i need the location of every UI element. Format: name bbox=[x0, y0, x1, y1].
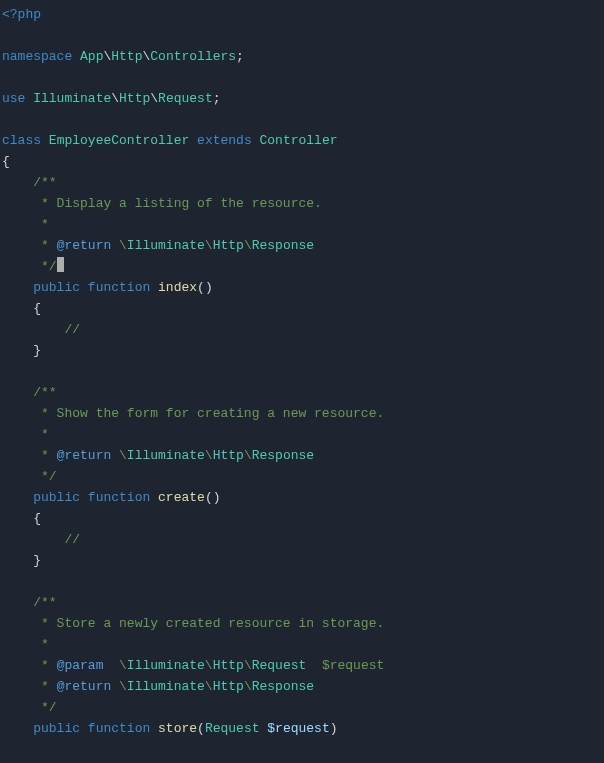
space bbox=[41, 133, 49, 148]
ns-sep: \ bbox=[205, 238, 213, 253]
doc-ns-0: Illuminate bbox=[127, 448, 205, 463]
fn-name-store: store bbox=[158, 721, 197, 736]
ns-sep: \ bbox=[205, 658, 213, 673]
ns-sep: \ bbox=[244, 679, 252, 694]
docblock-open: /** bbox=[33, 385, 56, 400]
paren-close: ) bbox=[330, 721, 338, 736]
docblock-line: * bbox=[33, 637, 49, 652]
doc-ns-1: Http bbox=[213, 238, 244, 253]
doc-param-var: $request bbox=[306, 658, 384, 673]
kw-class: class bbox=[2, 133, 41, 148]
doc-ns-0: Illuminate bbox=[127, 238, 205, 253]
docblock-open: /** bbox=[33, 175, 56, 190]
docblock-line: * Store a newly created resource in stor… bbox=[33, 616, 384, 631]
docblock-star: * bbox=[33, 679, 56, 694]
space bbox=[150, 721, 158, 736]
doc-annotation: @param bbox=[57, 658, 104, 673]
space bbox=[72, 49, 80, 64]
line-comment: // bbox=[64, 322, 80, 337]
doc-annotation: @return bbox=[57, 238, 112, 253]
fn-parens: () bbox=[205, 490, 221, 505]
code-editor[interactable]: <?php namespace App\Http\Controllers; us… bbox=[0, 0, 604, 739]
text-cursor bbox=[57, 257, 64, 272]
docblock-line: * bbox=[33, 217, 49, 232]
docblock-line: * Display a listing of the resource. bbox=[33, 196, 322, 211]
use-seg-2: Request bbox=[158, 91, 213, 106]
docblock-open: /** bbox=[33, 595, 56, 610]
docblock-star: * bbox=[33, 238, 56, 253]
kw-extends: extends bbox=[197, 133, 252, 148]
doc-path-pre: \ bbox=[111, 448, 127, 463]
doc-path-pre: \ bbox=[103, 658, 126, 673]
doc-path-pre: \ bbox=[111, 679, 127, 694]
param-type: Request bbox=[205, 721, 260, 736]
ns-sep: \ bbox=[150, 91, 158, 106]
use-seg-0: Illuminate bbox=[33, 91, 111, 106]
docblock-line: * bbox=[33, 427, 49, 442]
ns-sep: \ bbox=[244, 448, 252, 463]
docblock-star: * bbox=[33, 658, 56, 673]
doc-annotation: @return bbox=[57, 679, 112, 694]
docblock-star: * bbox=[33, 448, 56, 463]
space bbox=[150, 280, 158, 295]
doc-ns-2: Request bbox=[252, 658, 307, 673]
doc-path-pre: \ bbox=[111, 238, 127, 253]
kw-use: use bbox=[2, 91, 25, 106]
brace-open: { bbox=[2, 154, 10, 169]
param-var: $request bbox=[267, 721, 329, 736]
brace-close: } bbox=[33, 553, 41, 568]
ns-sep: \ bbox=[111, 91, 119, 106]
ns-seg-2: Controllers bbox=[150, 49, 236, 64]
doc-annotation: @return bbox=[57, 448, 112, 463]
ns-sep: \ bbox=[244, 658, 252, 673]
semicolon: ; bbox=[213, 91, 221, 106]
kw-namespace: namespace bbox=[2, 49, 72, 64]
fn-name-index: index bbox=[158, 280, 197, 295]
space bbox=[252, 133, 260, 148]
ns-sep: \ bbox=[244, 238, 252, 253]
use-seg-1: Http bbox=[119, 91, 150, 106]
semicolon: ; bbox=[236, 49, 244, 64]
docblock-line: * Show the form for creating a new resou… bbox=[33, 406, 384, 421]
paren-open: ( bbox=[197, 721, 205, 736]
docblock-close: */ bbox=[33, 700, 56, 715]
doc-ns-1: Http bbox=[213, 448, 244, 463]
class-name: EmployeeController bbox=[49, 133, 189, 148]
fn-mods: public function bbox=[33, 490, 150, 505]
fn-parens: () bbox=[197, 280, 213, 295]
line-comment: // bbox=[64, 532, 80, 547]
ns-sep: \ bbox=[205, 448, 213, 463]
space bbox=[150, 490, 158, 505]
docblock-close: */ bbox=[33, 259, 56, 274]
brace-close: } bbox=[33, 343, 41, 358]
doc-ns-2: Response bbox=[252, 238, 314, 253]
space bbox=[189, 133, 197, 148]
doc-ns-1: Http bbox=[213, 658, 244, 673]
doc-ns-2: Response bbox=[252, 448, 314, 463]
docblock-close: */ bbox=[33, 469, 56, 484]
php-open-tag: <?php bbox=[2, 7, 41, 22]
doc-ns-0: Illuminate bbox=[127, 679, 205, 694]
brace-open: { bbox=[33, 301, 41, 316]
fn-mods: public function bbox=[33, 280, 150, 295]
doc-ns-0: Illuminate bbox=[127, 658, 205, 673]
fn-mods: public function bbox=[33, 721, 150, 736]
parent-class: Controller bbox=[260, 133, 338, 148]
doc-ns-1: Http bbox=[213, 679, 244, 694]
ns-seg-0: App bbox=[80, 49, 103, 64]
brace-open: { bbox=[33, 511, 41, 526]
ns-sep: \ bbox=[205, 679, 213, 694]
fn-name-create: create bbox=[158, 490, 205, 505]
doc-ns-2: Response bbox=[252, 679, 314, 694]
ns-seg-1: Http bbox=[111, 49, 142, 64]
